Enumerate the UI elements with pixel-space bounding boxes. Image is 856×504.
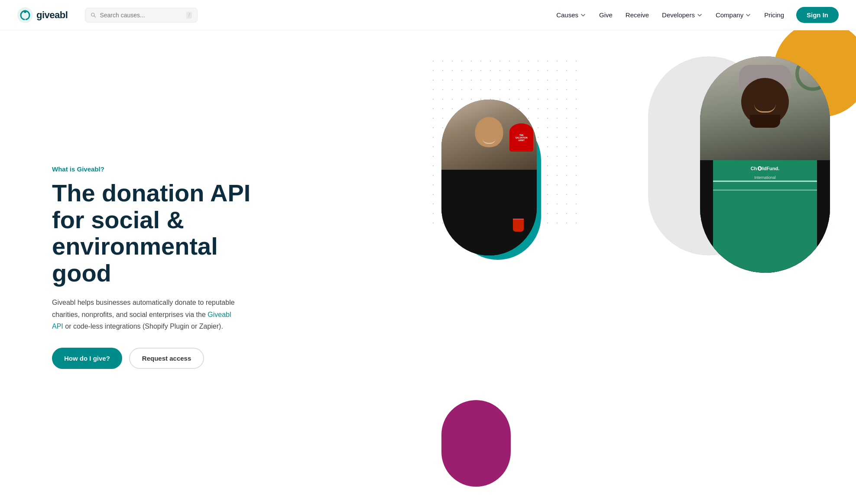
request-access-button[interactable]: Request access [129, 348, 204, 369]
photo-childfund: ChldFund. International [700, 56, 830, 273]
search-shortcut: / [186, 12, 192, 19]
logo[interactable]: giveabl [17, 7, 68, 23]
purple-blob-decoration [441, 400, 511, 487]
logo-icon [17, 7, 33, 23]
svg-line-3 [94, 16, 95, 17]
chevron-down-icon [697, 12, 703, 18]
nav-give[interactable]: Give [594, 8, 618, 22]
hero-buttons: How do I give? Request access [52, 348, 269, 369]
brand-name: giveabl [36, 10, 68, 21]
nav-pricing[interactable]: Pricing [759, 8, 789, 22]
photo-left-scene: THESALVATIONARMY [441, 100, 537, 255]
search-input[interactable] [100, 12, 183, 19]
nav-receive[interactable]: Receive [620, 8, 654, 22]
svg-point-0 [17, 7, 33, 23]
hero-body: Giveabl helps businesses automatically d… [52, 297, 243, 332]
hero-visuals: THESALVATIONARMY [385, 30, 856, 504]
signin-button[interactable]: Sign In [796, 7, 839, 23]
navbar: giveabl / Causes Give Receive Developers [0, 0, 856, 30]
hero-title: The donation API for social & environmen… [52, 180, 269, 286]
how-do-i-give-button[interactable]: How do I give? [52, 348, 122, 369]
search-bar[interactable]: / [85, 8, 198, 23]
childfund-logo-text: ChldFund. [751, 166, 779, 171]
photo-right-scene: ChldFund. International [700, 56, 830, 273]
hero-section: What is Giveabl? The donation API for so… [0, 30, 856, 504]
childfund-intl-text: International [754, 175, 776, 180]
chevron-down-icon [580, 12, 586, 18]
search-icon [91, 12, 96, 19]
nav-company[interactable]: Company [710, 8, 756, 22]
nav-developers[interactable]: Developers [657, 8, 708, 22]
hero-body-text2: or code-less integrations (Shopify Plugi… [63, 323, 223, 330]
hero-label: What is Giveabl? [52, 165, 269, 173]
nav-causes[interactable]: Causes [551, 8, 591, 22]
svg-point-1 [24, 10, 26, 13]
nav-links: Causes Give Receive Developers Company P… [551, 7, 839, 23]
chevron-down-icon [745, 12, 751, 18]
hero-content: What is Giveabl? The donation API for so… [52, 165, 269, 369]
photo-salvation-army: THESALVATIONARMY [441, 100, 537, 255]
salvation-army-sign: THESALVATIONARMY [509, 123, 533, 152]
